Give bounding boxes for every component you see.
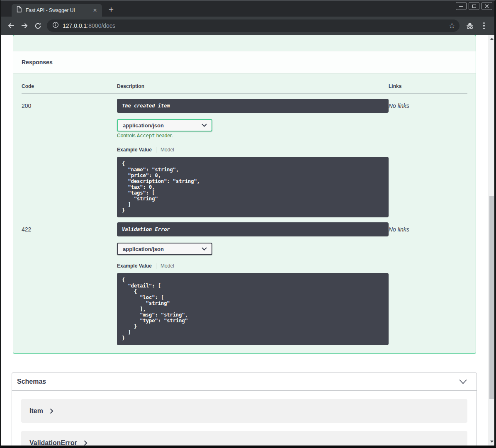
tab-strip: Fast API - Swagger UI ✕ + xyxy=(1,1,494,17)
close-button[interactable] xyxy=(481,2,492,10)
col-header-links: Links xyxy=(389,83,467,89)
tab-model[interactable]: Model xyxy=(160,147,174,153)
url-bar[interactable]: 127.0.0.1:8000/docs ☆ xyxy=(47,19,460,32)
maximize-icon xyxy=(472,5,476,8)
accept-header-code: Accept xyxy=(137,133,155,139)
responses-table-header: Code Description Links xyxy=(22,73,467,94)
responses-section-header: Responses xyxy=(13,51,476,73)
response-description: The created item xyxy=(117,99,389,113)
opblock-body-spacer xyxy=(13,35,476,51)
responses-title: Responses xyxy=(22,59,53,66)
back-icon xyxy=(7,22,15,29)
response-row-422: 422 Validation Error application/json Ex… xyxy=(22,217,467,345)
responses-table: Code Description Links 200 The created i… xyxy=(13,73,476,353)
bookmark-star-icon[interactable]: ☆ xyxy=(449,22,455,29)
minimize-icon xyxy=(459,6,463,7)
col-header-description: Description xyxy=(117,83,389,89)
url-host: 127.0.0.1 xyxy=(63,22,87,29)
window-controls xyxy=(456,2,492,10)
page-favicon-icon xyxy=(16,6,22,14)
scroll-down-icon xyxy=(490,441,494,443)
browser-tab[interactable]: Fast API - Swagger UI ✕ xyxy=(12,4,102,17)
swagger-page: Responses Code Description Links 200 The… xyxy=(1,35,489,446)
response-code: 422 xyxy=(22,222,117,345)
site-info-icon[interactable] xyxy=(52,22,59,30)
example-json-200: { "name": "string", "price": 0, "descrip… xyxy=(117,157,389,217)
tab-divider xyxy=(156,263,156,269)
schemas-body: Item ValidationError xyxy=(12,391,477,446)
scroll-up-icon xyxy=(490,38,494,40)
maximize-button[interactable] xyxy=(469,2,479,10)
tab-divider xyxy=(156,147,156,153)
browser-window: Fast API - Swagger UI ✕ + 127.0.0.1:8000… xyxy=(0,0,496,448)
model-name: Item xyxy=(29,407,43,415)
example-model-tabs: Example Value Model xyxy=(117,263,389,269)
close-icon xyxy=(485,4,489,8)
incognito-icon xyxy=(463,19,477,33)
scroll-down-button[interactable] xyxy=(489,438,494,445)
controls-accept-note: Controls Accept header. xyxy=(117,133,389,139)
tab-example-value[interactable]: Example Value xyxy=(117,263,152,269)
media-type-select[interactable]: application/json xyxy=(117,243,212,255)
reload-icon xyxy=(34,22,41,29)
forward-button[interactable] xyxy=(18,19,31,32)
media-type-value: application/json xyxy=(123,122,201,129)
response-code: 200 xyxy=(22,99,117,217)
tab-model[interactable]: Model xyxy=(160,263,174,269)
url-path: :8000/docs xyxy=(87,22,115,29)
col-header-code: Code xyxy=(22,83,117,89)
reload-button[interactable] xyxy=(31,19,44,32)
media-type-select[interactable]: application/json xyxy=(117,119,212,131)
example-json-422: { "detail": [ { "loc": [ "string" ], "ms… xyxy=(117,273,389,345)
response-description-cell: Validation Error application/json Exampl… xyxy=(117,222,389,345)
response-description-cell: The created item application/json Contro… xyxy=(117,99,389,217)
new-tab-button[interactable]: + xyxy=(105,4,117,15)
scrollbar-thumb[interactable] xyxy=(489,196,494,399)
example-model-tabs: Example Value Model xyxy=(117,147,389,153)
model-name: ValidationError xyxy=(29,439,77,446)
model-card-item[interactable]: Item xyxy=(21,399,467,423)
response-links: No links xyxy=(389,222,467,345)
back-button[interactable] xyxy=(5,19,18,32)
tab-example-value[interactable]: Example Value xyxy=(117,147,152,153)
tab-title: Fast API - Swagger UI xyxy=(26,7,88,13)
response-description: Validation Error xyxy=(117,222,389,236)
browser-menu-button[interactable] xyxy=(477,19,491,33)
scroll-up-button[interactable] xyxy=(489,36,494,42)
kebab-menu-icon xyxy=(483,22,485,29)
url-text: 127.0.0.1:8000/docs xyxy=(63,22,445,29)
model-card-validationerror[interactable]: ValidationError xyxy=(21,431,467,446)
chevron-down-icon xyxy=(201,247,207,251)
expand-chevron-icon xyxy=(84,440,88,446)
response-links: No links xyxy=(389,99,467,217)
response-row-200: 200 The created item application/json Co… xyxy=(22,94,467,217)
page-content: Responses Code Description Links 200 The… xyxy=(1,35,494,446)
schemas-header[interactable]: Schemas xyxy=(12,373,477,391)
browser-toolbar: 127.0.0.1:8000/docs ☆ xyxy=(1,17,494,35)
opblock-post-panel: Responses Code Description Links 200 The… xyxy=(13,35,476,354)
expand-chevron-icon xyxy=(50,408,53,414)
schemas-section: Schemas Item ValidationError xyxy=(12,373,477,446)
tab-close-icon[interactable]: ✕ xyxy=(91,7,99,14)
minimize-button[interactable] xyxy=(456,2,467,10)
collapse-chevron-icon[interactable] xyxy=(459,379,467,384)
schemas-title: Schemas xyxy=(17,378,459,385)
forward-icon xyxy=(21,22,28,29)
media-type-value: application/json xyxy=(123,246,201,252)
chevron-down-icon xyxy=(201,123,207,127)
page-scrollbar[interactable] xyxy=(489,35,494,446)
